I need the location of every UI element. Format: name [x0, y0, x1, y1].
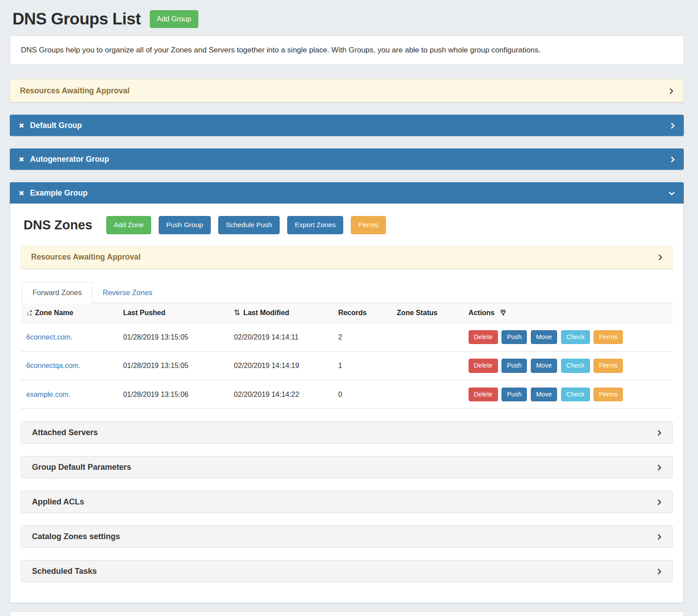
col-header-last-pushed: Last Pushed — [123, 309, 165, 316]
perms-button[interactable]: Perms — [594, 388, 623, 401]
resources-awaiting-approval-panel[interactable]: Resources Awaiting Approval — [10, 79, 684, 102]
last-pushed-cell: 01/28/2019 13:15:05 — [119, 352, 229, 380]
group-title: Example Group — [30, 188, 662, 198]
partial-panel — [10, 611, 684, 616]
page-header: DNS Groups List Add Group — [10, 6, 684, 36]
check-button[interactable]: Check — [561, 330, 590, 344]
dns-zones-toolbar: DNS Zones Add Zone Push Group Schedule P… — [21, 216, 673, 234]
chevron-right-icon — [655, 499, 662, 505]
zone-name-link[interactable]: 6connect.com. — [26, 333, 72, 341]
group-header-example-group[interactable]: ✖ Example Group — [10, 182, 684, 204]
last-pushed-cell: 01/28/2019 13:15:06 — [119, 380, 229, 408]
add-zone-button[interactable]: Add Zone — [106, 216, 151, 234]
add-group-button[interactable]: Add Group — [150, 10, 198, 28]
last-modified-cell: 02/20/2019 14:14:22 — [229, 380, 334, 408]
section-attached-servers[interactable]: Attached Servers — [21, 421, 673, 444]
section-scheduled-tasks[interactable]: Scheduled Tasks — [21, 560, 673, 582]
sort-letter-bottom: z — [30, 313, 32, 316]
zones-table-header: ↓ a z Zone Name Last Pushed — [21, 303, 673, 323]
tab-reverse-zones[interactable]: Reverse Zones — [92, 283, 163, 303]
last-modified-cell: 02/20/2019 14:14:11 — [229, 323, 334, 352]
actions-cell: Delete Push Move Check Perms — [464, 352, 673, 380]
move-button[interactable]: Move — [531, 330, 557, 344]
last-modified-cell: 02/20/2019 14:14:19 — [229, 352, 334, 380]
sort-updown-icon[interactable]: ⇅ — [234, 309, 240, 316]
awaiting-approval-title: Resources Awaiting Approval — [20, 86, 667, 96]
close-icon[interactable]: ✖ — [19, 156, 24, 163]
zone-status-cell — [393, 323, 464, 352]
sort-letters: a z — [30, 309, 32, 316]
zones-table: ↓ a z Zone Name Last Pushed — [21, 303, 673, 409]
actions-cell: Delete Push Move Check Perms — [464, 323, 673, 352]
group-header-default-group[interactable]: ✖ Default Group — [10, 115, 684, 136]
delete-button[interactable]: Delete — [469, 330, 498, 344]
zone-status-cell — [393, 380, 464, 408]
chevron-right-icon — [655, 429, 662, 436]
section-title: Scheduled Tasks — [32, 567, 655, 576]
sort-alpha-icon[interactable]: ↓ a z — [26, 309, 32, 316]
section-applied-acls[interactable]: Applied ACLs — [21, 491, 673, 513]
section-title: Applied ACLs — [32, 497, 655, 507]
section-title: Group Default Parameters — [32, 463, 655, 472]
zone-name-link[interactable]: example.com. — [26, 391, 71, 398]
perms-button[interactable]: Perms — [594, 359, 623, 372]
check-button[interactable]: Check — [561, 359, 590, 372]
push-button[interactable]: Push — [501, 330, 527, 344]
chevron-down-icon — [668, 190, 675, 196]
move-button[interactable]: Move — [531, 359, 557, 372]
records-cell: 0 — [334, 380, 393, 408]
col-header-last-modified[interactable]: Last Modified — [243, 309, 289, 317]
perms-group-button[interactable]: Perms — [351, 216, 386, 234]
example-group-panel: ✖ Example Group DNS Zones Add Zone Push … — [10, 182, 684, 603]
filter-icon[interactable] — [500, 309, 506, 316]
chevron-right-icon — [668, 156, 675, 163]
delete-button[interactable]: Delete — [469, 359, 498, 372]
push-group-button[interactable]: Push Group — [159, 216, 211, 234]
actions-cell: Delete Push Move Check Perms — [464, 380, 673, 408]
group-header-autogenerator-group[interactable]: ✖ Autogenerator Group — [10, 148, 684, 170]
description-text: DNS Groups help you to organize all of y… — [21, 46, 673, 55]
dns-zones-title: DNS Zones — [24, 218, 92, 232]
push-button[interactable]: Push — [501, 359, 527, 372]
table-row: example.com. 01/28/2019 13:15:06 02/20/2… — [21, 380, 673, 408]
group-title: Default Group — [30, 121, 662, 130]
records-cell: 1 — [334, 352, 393, 380]
zone-name-link[interactable]: 6connectqa.com. — [26, 362, 80, 369]
last-pushed-cell: 01/28/2019 13:15:05 — [119, 323, 229, 352]
table-row: 6connect.com. 01/28/2019 13:15:05 02/20/… — [21, 323, 673, 352]
delete-button[interactable]: Delete — [469, 388, 498, 401]
check-button[interactable]: Check — [561, 388, 590, 401]
chevron-right-icon — [667, 88, 674, 94]
chevron-right-icon — [655, 464, 662, 471]
perms-button[interactable]: Perms — [594, 330, 623, 344]
page: DNS Groups List Add Group DNS Groups hel… — [0, 0, 698, 616]
chevron-right-icon — [655, 568, 662, 575]
section-group-default-parameters[interactable]: Group Default Parameters — [21, 456, 673, 478]
col-header-actions: Actions — [469, 309, 495, 317]
zone-status-cell — [393, 352, 464, 380]
move-button[interactable]: Move — [531, 388, 557, 401]
resources-awaiting-approval-panel[interactable]: Resources Awaiting Approval — [21, 246, 673, 269]
close-icon[interactable]: ✖ — [19, 122, 24, 129]
example-group-body: DNS Zones Add Zone Push Group Schedule P… — [10, 204, 684, 603]
col-header-zone-status: Zone Status — [397, 309, 438, 316]
chevron-right-icon — [656, 254, 662, 260]
table-row: 6connectqa.com. 01/28/2019 13:15:05 02/2… — [21, 352, 673, 380]
section-title: Attached Servers — [32, 428, 655, 437]
sort-arrow: ↓ — [26, 309, 30, 316]
section-catalog-zones-settings[interactable]: Catalog Zones settings — [21, 525, 673, 548]
section-title: Catalog Zones settings — [32, 532, 655, 541]
export-zones-button[interactable]: Export Zones — [287, 216, 343, 234]
schedule-push-button[interactable]: Schedule Push — [218, 216, 280, 234]
close-icon[interactable]: ✖ — [19, 190, 24, 196]
col-header-zone-name[interactable]: Zone Name — [35, 309, 73, 317]
tab-forward-zones[interactable]: Forward Zones — [22, 282, 92, 303]
page-title: DNS Groups List — [12, 10, 141, 28]
chevron-right-icon — [668, 122, 675, 129]
description-box: DNS Groups help you to organize all of y… — [10, 36, 684, 65]
group-title: Autogenerator Group — [30, 155, 662, 164]
chevron-right-icon — [655, 533, 662, 540]
col-header-records: Records — [338, 309, 367, 316]
push-button[interactable]: Push — [501, 388, 527, 401]
awaiting-approval-title: Resources Awaiting Approval — [31, 252, 656, 262]
